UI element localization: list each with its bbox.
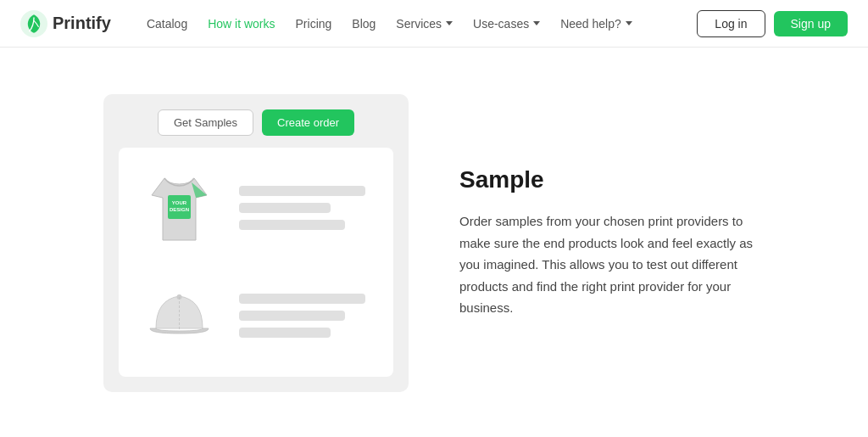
nav-pricing[interactable]: Pricing <box>287 12 341 36</box>
nav-links: Catalog How it works Pricing Blog Servic… <box>138 12 697 36</box>
mockup-inner: YOUR DESIGN <box>119 148 393 377</box>
services-chevron-icon <box>446 21 453 25</box>
line-bar <box>239 220 345 230</box>
nav-actions: Log in Sign up <box>697 10 848 37</box>
get-samples-button[interactable]: Get Samples <box>158 109 253 136</box>
cap-icon <box>143 284 215 348</box>
nav-need-help[interactable]: Need help? <box>552 12 641 36</box>
line-bar <box>239 186 365 196</box>
nav-use-cases[interactable]: Use-cases <box>465 12 548 36</box>
navbar: Printify Catalog How it works Pricing Bl… <box>0 0 868 48</box>
signup-button[interactable]: Sign up <box>774 11 848 36</box>
cap-wrapper <box>143 280 215 352</box>
tshirt-image-area: YOUR DESIGN <box>132 161 225 255</box>
main-content: Get Samples Create order YOUR DESIG <box>0 48 868 437</box>
logo-link[interactable]: Printify <box>20 10 111 37</box>
sample-description: Order samples from your chosen print pro… <box>459 210 765 319</box>
line-bar <box>239 294 365 304</box>
logo-icon <box>20 10 47 37</box>
tshirt-icon: YOUR DESIGN <box>139 165 220 250</box>
logo-text: Printify <box>53 14 111 33</box>
nav-catalog[interactable]: Catalog <box>138 12 196 36</box>
login-button[interactable]: Log in <box>697 10 765 37</box>
mockup-top-bar: Get Samples Create order <box>119 109 393 136</box>
line-bar <box>239 203 331 213</box>
tshirt-lines <box>239 161 380 255</box>
line-bar <box>239 328 331 338</box>
nav-blog[interactable]: Blog <box>343 12 384 36</box>
line-bar <box>239 311 345 321</box>
use-cases-chevron-icon <box>533 21 540 25</box>
svg-text:YOUR: YOUR <box>171 200 186 205</box>
cap-image-area <box>132 269 225 363</box>
tshirt-wrapper: YOUR DESIGN <box>139 165 220 250</box>
svg-text:DESIGN: DESIGN <box>169 207 188 212</box>
cap-lines <box>239 269 380 363</box>
nav-services[interactable]: Services <box>387 12 461 36</box>
nav-how-it-works[interactable]: How it works <box>199 12 283 36</box>
sample-text-area: Sample Order samples from your chosen pr… <box>459 166 765 319</box>
mockup-card: Get Samples Create order YOUR DESIG <box>103 94 409 392</box>
sample-title: Sample <box>459 166 765 193</box>
need-help-chevron-icon <box>626 21 632 25</box>
create-order-button[interactable]: Create order <box>262 109 354 136</box>
